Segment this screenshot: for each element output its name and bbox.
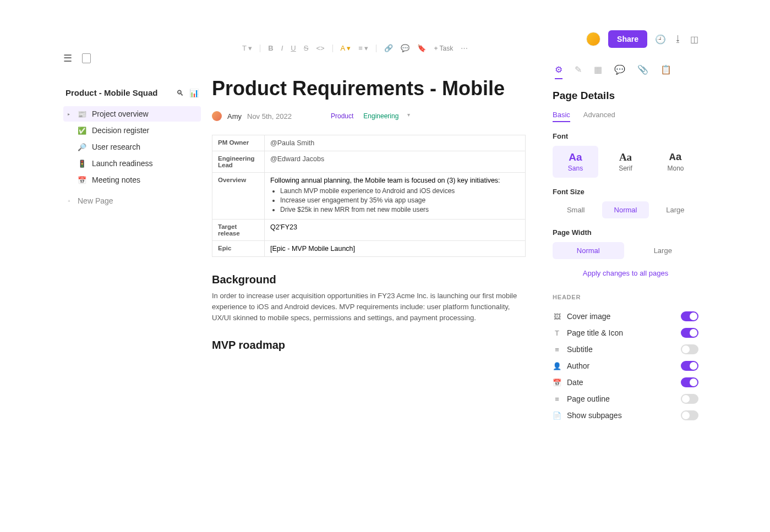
apply-all-link[interactable]: Apply changes to all pages	[553, 269, 698, 277]
toggle-row-5: ≡Page outline	[553, 391, 698, 407]
code-button[interactable]: <>	[316, 44, 324, 52]
toggle-switch[interactable]	[681, 311, 698, 321]
sidebar-item-meetings[interactable]: 📅Meeting notes	[63, 172, 201, 188]
toggle-icon: 🖼	[553, 312, 561, 321]
sidebar-title: Product - Mobile Squad	[65, 88, 158, 97]
document-main: T ▾ B I U S <> A ▾ ≡ ▾ 🔗 💬 🔖 + Task ⋯ Pr…	[201, 33, 542, 356]
font-serif[interactable]: AaSerif	[603, 146, 648, 178]
author-name: Amy	[227, 112, 242, 120]
chart-icon[interactable]: 📊	[189, 89, 199, 97]
toggle-icon: ≡	[553, 345, 561, 354]
align-button[interactable]: ≡ ▾	[358, 44, 368, 52]
eng-mention[interactable]: @Edward Jacobs	[270, 155, 324, 163]
subtab-advanced[interactable]: Advanced	[583, 111, 615, 122]
text-dropdown[interactable]: T ▾	[242, 44, 252, 52]
author-avatar	[212, 111, 222, 121]
toggle-label: Page outline	[567, 394, 610, 403]
comment-icon[interactable]: 💬	[401, 44, 409, 52]
font-mono[interactable]: AaMono	[653, 146, 698, 178]
doc-icon[interactable]	[82, 53, 91, 63]
toggle-icon: 📄	[553, 412, 561, 420]
toggle-row-4: 📅Date	[553, 374, 698, 391]
toggle-switch[interactable]	[681, 328, 698, 338]
more-icon[interactable]: ⋯	[461, 44, 468, 52]
tag-engineering[interactable]: Engineering	[360, 112, 402, 120]
bookmark-icon[interactable]: 🔖	[417, 44, 426, 52]
search-page-icon: 🔎	[78, 143, 86, 151]
tab-edit-icon[interactable]: ✎	[575, 64, 582, 79]
toggle-switch[interactable]	[681, 394, 698, 404]
toggle-row-6: 📄Show subpages	[553, 407, 698, 424]
tag-dropdown-icon[interactable]: ▾	[407, 112, 410, 120]
share-button[interactable]: Share	[608, 30, 647, 48]
sidebar-item-overview[interactable]: ▸📰Project overview	[63, 106, 201, 122]
size-label: Font Size	[553, 188, 698, 196]
underline-button[interactable]: U	[291, 44, 296, 52]
doc-date: Nov 5th, 2022	[247, 112, 292, 120]
tab-clip-icon[interactable]: 📎	[637, 64, 648, 79]
sidebar: ☰ Product - Mobile Squad 🔍︎ 📊 ▸📰Project …	[63, 33, 201, 356]
toggle-icon: 📅	[553, 379, 561, 387]
page-title[interactable]: Product Requirements - Mobile	[212, 77, 526, 100]
toggle-label: Author	[567, 361, 589, 370]
toggle-row-2: ≡Subtitle	[553, 341, 698, 358]
sidebar-new-page[interactable]: +New Page	[63, 193, 201, 209]
user-avatar[interactable]	[586, 32, 600, 46]
page-icon: 📰	[78, 110, 86, 118]
toggle-label: Show subpages	[567, 411, 622, 420]
sidebar-item-launch[interactable]: 🚦Launch readiness	[63, 156, 201, 171]
panel-tabs: ⚙ ✎ ▦ 💬 📎 📋	[553, 64, 698, 80]
background-text[interactable]: In order to increase user acquisition op…	[212, 290, 526, 323]
panel-toggle-icon[interactable]: ◫	[690, 34, 698, 45]
font-sans[interactable]: AaSans	[553, 146, 598, 178]
text-color-button[interactable]: A ▾	[341, 44, 351, 52]
pm-mention[interactable]: @Paula Smith	[270, 139, 314, 147]
size-small[interactable]: Small	[553, 201, 599, 218]
strike-button[interactable]: S	[304, 44, 309, 52]
tab-chat-icon[interactable]: 💬	[614, 64, 625, 79]
link-icon[interactable]: 🔗	[384, 44, 393, 52]
add-task-button[interactable]: + Task	[434, 45, 453, 52]
traffic-icon: 🚦	[78, 160, 86, 168]
width-large[interactable]: Large	[627, 242, 699, 259]
toggle-icon: ≡	[553, 395, 561, 403]
tag-product[interactable]: Product	[327, 112, 357, 120]
toggle-row-0: 🖼Cover image	[553, 308, 698, 325]
download-icon[interactable]: ⭳	[674, 34, 682, 44]
header-section-label: HEADER	[553, 294, 698, 300]
panel-title: Page Details	[553, 90, 698, 102]
toggle-icon: 👤	[553, 362, 561, 370]
tab-settings-icon[interactable]: ⚙	[555, 64, 563, 79]
width-normal[interactable]: Normal	[553, 242, 624, 259]
font-label: Font	[553, 132, 698, 140]
search-icon[interactable]: 🔍︎	[176, 89, 184, 97]
tab-more-icon[interactable]: 📋	[660, 64, 671, 79]
bold-button[interactable]: B	[268, 44, 273, 52]
italic-button[interactable]: I	[281, 44, 283, 52]
epic-link[interactable]: [Epic - MVP Mobile Launch]	[265, 241, 526, 257]
tab-grid-icon[interactable]: ▦	[594, 64, 602, 79]
sidebar-item-research[interactable]: 🔎User research	[63, 139, 201, 155]
check-icon: ✅	[78, 127, 86, 135]
toggle-icon: T	[553, 329, 561, 337]
toggle-label: Page title & Icon	[567, 328, 623, 337]
toggle-switch[interactable]	[681, 344, 698, 354]
toggle-switch[interactable]	[681, 377, 698, 387]
toggle-label: Date	[567, 378, 583, 387]
background-heading[interactable]: Background	[212, 273, 526, 286]
text-toolbar: T ▾ B I U S <> A ▾ ≡ ▾ 🔗 💬 🔖 + Task ⋯	[212, 44, 526, 52]
toggle-label: Cover image	[567, 312, 610, 321]
sidebar-item-decisions[interactable]: ✅Decision register	[63, 123, 201, 138]
history-icon[interactable]: 🕘	[655, 34, 666, 45]
toggle-switch[interactable]	[681, 410, 698, 420]
subtab-basic[interactable]: Basic	[553, 111, 570, 122]
mvp-heading[interactable]: MVP roadmap	[212, 339, 526, 352]
calendar-icon: 📅	[78, 176, 86, 184]
size-large[interactable]: Large	[652, 201, 698, 218]
toggle-switch[interactable]	[681, 361, 698, 371]
toggle-row-1: TPage title & Icon	[553, 325, 698, 341]
page-details-panel: Share 🕘 ⭳ ◫ ⚙ ✎ ▦ 💬 📎 📋 Page Details Bas…	[553, 30, 698, 424]
size-normal[interactable]: Normal	[602, 201, 648, 218]
menu-icon[interactable]: ☰	[63, 52, 72, 64]
info-table[interactable]: PM Owner@Paula Smith Engineering Lead@Ed…	[212, 135, 526, 257]
